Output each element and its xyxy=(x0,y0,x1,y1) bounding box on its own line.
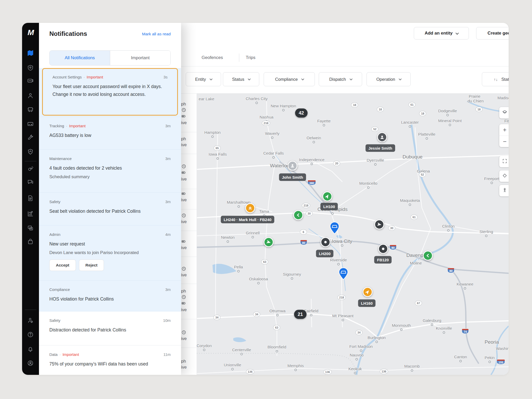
zoom-out-button[interactable]: − xyxy=(499,136,509,147)
notification-item[interactable]: Compliance3mHOS violation for Patrick Co… xyxy=(39,281,181,311)
sort-arrows-icon: ↑↓ xyxy=(494,77,498,82)
sidebar-item-admin-settings[interactable] xyxy=(25,315,36,326)
vehicle-marker[interactable] xyxy=(322,191,332,201)
notification-item[interactable]: Safety3mSeat belt violation detected for… xyxy=(39,193,181,225)
sort-control[interactable]: ↑↓ Status xyxy=(482,72,509,86)
map-roads-layer xyxy=(197,94,509,375)
tab-important[interactable]: Important xyxy=(110,51,170,65)
add-entity-button[interactable]: Add an entity xyxy=(414,27,469,39)
sort-label: Status xyxy=(501,77,509,82)
asset-pin[interactable] xyxy=(338,268,348,281)
sidebar-item-account[interactable] xyxy=(25,358,36,369)
notification-item[interactable]: Account Settings·Important3sYour fleet u… xyxy=(39,68,181,117)
admin-settings-icon xyxy=(27,317,34,325)
filter-dispatch[interactable]: Dispatch xyxy=(319,72,362,86)
notification-time: 3m xyxy=(165,124,171,128)
vehicle-list-panel[interactable]: phivephiveiveiveiveiveivephiveivephive xyxy=(181,94,197,375)
map-city-label: Washington xyxy=(496,346,509,351)
map-city-dot xyxy=(449,124,451,126)
vehicle-marker[interactable] xyxy=(423,251,433,261)
fullscreen-button[interactable] xyxy=(499,156,509,167)
notification-body: Seat belt violation detected for Patrick… xyxy=(49,207,169,215)
filter-compliance[interactable]: Compliance xyxy=(264,72,315,86)
map-city-label: Nashua xyxy=(260,115,273,119)
layers-button[interactable] xyxy=(499,107,509,118)
driver-marker[interactable] xyxy=(377,132,387,142)
vehicle-marker[interactable] xyxy=(245,203,255,213)
sidebar-item-fuel-card[interactable] xyxy=(25,119,36,130)
vehicle-marker[interactable] xyxy=(321,237,330,247)
map-city-dot xyxy=(217,157,219,160)
sidebar-item-safety-shield[interactable] xyxy=(25,63,36,74)
marker-label[interactable]: Jessie Smith xyxy=(365,144,395,152)
sidebar-item-marketplace-bag[interactable] xyxy=(25,237,36,248)
asset-pin[interactable] xyxy=(330,222,340,235)
highway-shield: 218 xyxy=(337,295,346,300)
pegman-button[interactable] xyxy=(499,185,509,196)
map-city-dot xyxy=(256,102,258,104)
notification-item[interactable]: Maintenance3m4 fault codes detected for … xyxy=(39,150,181,193)
sidebar-item-drivers[interactable] xyxy=(25,91,36,102)
marker-label[interactable]: LH200 xyxy=(316,250,333,257)
filter-entity[interactable]: Entity xyxy=(186,72,221,86)
accept-button[interactable]: Accept xyxy=(49,260,76,271)
map-city-dot xyxy=(409,125,411,128)
vehicle-marker[interactable] xyxy=(293,210,303,220)
sidebar-item-dashcam[interactable] xyxy=(25,76,36,87)
locate-button[interactable] xyxy=(499,170,509,182)
filter-status[interactable]: Status xyxy=(223,72,259,86)
vehicle-marker[interactable] xyxy=(374,220,384,229)
marker-label[interactable]: LH240 · Mark Hull · FB240 xyxy=(221,216,274,223)
map-city-label: Macomb xyxy=(404,364,420,369)
highway-shield: 6 xyxy=(300,229,307,235)
sidebar-item-map[interactable] xyxy=(25,48,36,59)
map-city-dot xyxy=(323,124,325,127)
map-city-dot xyxy=(271,137,274,139)
highway-shield: 18 xyxy=(419,111,426,116)
filter-operation[interactable]: Operation xyxy=(367,72,411,86)
sidebar-item-messages[interactable] xyxy=(25,177,36,188)
sidebar-item-help[interactable] xyxy=(25,330,36,341)
create-geofence-button[interactable]: Create geofence xyxy=(476,27,509,39)
marker-label[interactable]: FB120 xyxy=(374,256,391,264)
sidebar-item-coaching-whistle[interactable] xyxy=(25,164,36,175)
tab-trips[interactable]: Trips xyxy=(246,49,255,66)
reject-button[interactable]: Reject xyxy=(79,260,104,271)
zoom-in-button[interactable]: + xyxy=(499,124,509,136)
clock-icon xyxy=(182,108,186,113)
notification-category: Maintenance xyxy=(49,156,72,161)
notification-item[interactable]: Data·Important11m75% of your company’s W… xyxy=(39,345,181,375)
cluster-badge[interactable]: 42 xyxy=(295,109,308,118)
map-city-dot xyxy=(447,229,450,232)
map-canvas[interactable]: ear LakeCharles CityNew HamptonNashuaFay… xyxy=(197,94,509,375)
brand-logo[interactable]: M xyxy=(22,28,39,37)
tab-geofences[interactable]: Geofences xyxy=(202,49,223,66)
map-city-dot xyxy=(311,163,313,165)
highway-shield: 18 xyxy=(476,107,483,112)
sidebar-item-vehicles[interactable] xyxy=(25,105,36,116)
sidebar-item-alerts-bell[interactable] xyxy=(25,344,36,355)
map-city-dot xyxy=(342,319,344,321)
cluster-badge[interactable]: 21 xyxy=(294,310,307,319)
sidebar-item-devices[interactable] xyxy=(25,223,36,234)
vehicle-marker[interactable] xyxy=(378,244,388,254)
marker-label[interactable]: John Smith xyxy=(279,174,306,181)
sidebar-item-documents[interactable] xyxy=(25,193,36,204)
map-city-dot xyxy=(272,156,275,159)
notification-item[interactable]: Tracking·Important3mAG533 battery is low xyxy=(39,117,181,150)
map-city-dot xyxy=(238,205,240,208)
notification-item[interactable]: Admin4mNew user requestDevon Lane wants … xyxy=(39,225,181,281)
notification-item[interactable]: Safety10mDistraction detected for Patric… xyxy=(39,311,181,345)
vehicle-marker[interactable] xyxy=(264,237,274,247)
notification-category: Admin xyxy=(49,232,61,237)
sidebar-item-reports-chart[interactable] xyxy=(25,209,36,220)
vehicle-marker[interactable] xyxy=(363,287,373,297)
marker-label[interactable]: LH160 xyxy=(358,300,375,307)
mark-all-read-link[interactable]: Mark all as read xyxy=(142,32,171,36)
list-text-fragment: ive xyxy=(181,177,187,181)
driver-marker[interactable] xyxy=(288,161,297,171)
sidebar-item-maintenance-wrench[interactable] xyxy=(25,132,36,143)
sidebar-item-dispatch-badge[interactable] xyxy=(25,147,36,158)
tab-all-notifications[interactable]: All Notifications xyxy=(50,51,110,65)
marker-label[interactable]: LH100 xyxy=(320,203,338,210)
